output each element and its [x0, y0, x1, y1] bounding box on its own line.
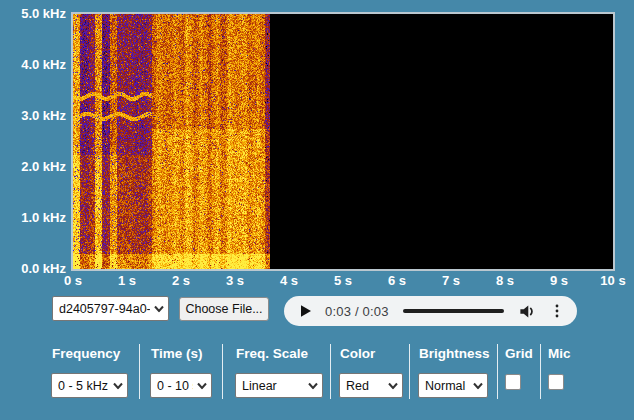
- x-axis-label: 0 s: [53, 273, 93, 289]
- color-label: Color: [340, 346, 375, 362]
- seek-progress: [403, 309, 504, 313]
- choose-file-button[interactable]: Choose File...: [179, 297, 269, 321]
- freq-scale-select-wrap: Linear: [235, 373, 323, 398]
- divider: [330, 344, 331, 399]
- y-axis-label: 4.0 kHz: [0, 57, 66, 73]
- x-axis-labels: 0 s1 s2 s3 s4 s5 s6 s7 s8 s9 s10 s: [0, 273, 634, 289]
- frequency-select[interactable]: 0 - 5 kHz: [51, 373, 128, 398]
- y-axis-label: 2.0 kHz: [0, 159, 66, 175]
- time-label: Time (s): [151, 346, 203, 362]
- divider: [139, 344, 140, 399]
- x-axis-label: 4 s: [269, 273, 309, 289]
- x-axis-label: 3 s: [215, 273, 255, 289]
- volume-button[interactable]: [518, 302, 537, 321]
- time-select-wrap: 0 - 10 s: [150, 373, 212, 398]
- time-select[interactable]: 0 - 10 s: [150, 373, 212, 398]
- overflow-menu-button[interactable]: [549, 303, 565, 319]
- divider: [540, 344, 541, 399]
- frequency-select-wrap: 0 - 5 kHz: [51, 373, 128, 398]
- file-select-wrap: d2405797-94a0-4: [52, 296, 169, 321]
- mic-checkbox[interactable]: [548, 374, 564, 390]
- divider: [497, 344, 498, 399]
- x-axis-label: 6 s: [377, 273, 417, 289]
- play-icon: [297, 303, 313, 319]
- divider: [222, 344, 223, 399]
- brightness-label: Brightness: [419, 346, 490, 362]
- y-axis-label: 5.0 kHz: [0, 6, 66, 22]
- y-axis-label: 1.0 kHz: [0, 210, 66, 226]
- x-axis-label: 2 s: [161, 273, 201, 289]
- mic-label: Mic: [548, 346, 571, 362]
- freq-scale-select[interactable]: Linear: [235, 373, 323, 398]
- play-button[interactable]: [297, 303, 313, 319]
- x-axis-label: 5 s: [323, 273, 363, 289]
- time-display: 0:03 / 0:03: [325, 304, 389, 319]
- x-axis-label: 8 s: [485, 273, 525, 289]
- audio-player: 0:03 / 0:03: [284, 296, 577, 326]
- x-axis-label: 7 s: [431, 273, 471, 289]
- spectrogram-frame: [71, 12, 615, 271]
- seek-bar[interactable]: [403, 309, 504, 313]
- y-axis-labels: 5.0 kHz4.0 kHz3.0 kHz2.0 kHz1.0 kHz0.0 k…: [0, 0, 66, 280]
- y-axis-label: 3.0 kHz: [0, 108, 66, 124]
- brightness-select-wrap: Normal: [418, 373, 488, 398]
- vertical-ellipsis-icon: [549, 303, 565, 319]
- x-axis-label: 10 s: [593, 273, 633, 289]
- color-select[interactable]: Red: [339, 373, 403, 398]
- brightness-select[interactable]: Normal: [418, 373, 488, 398]
- grid-checkbox[interactable]: [505, 374, 521, 390]
- divider: [409, 344, 410, 399]
- freq-scale-label: Freq. Scale: [236, 346, 308, 362]
- frequency-label: Frequency: [52, 346, 120, 362]
- x-axis-label: 9 s: [539, 273, 579, 289]
- volume-icon: [518, 302, 537, 321]
- grid-label: Grid: [505, 346, 533, 362]
- x-axis-label: 1 s: [107, 273, 147, 289]
- color-select-wrap: Red: [339, 373, 403, 398]
- file-select[interactable]: d2405797-94a0-4: [52, 296, 169, 321]
- spectrogram-canvas: [73, 14, 613, 269]
